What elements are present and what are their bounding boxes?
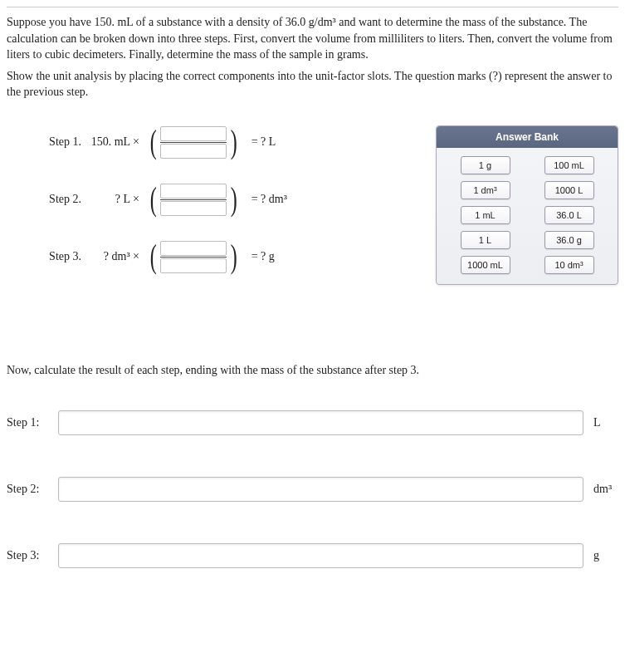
intro-paragraph-2: Show the unit analysis by placing the co…	[7, 68, 618, 101]
step-2-label: Step 2.	[23, 193, 81, 206]
tile-36g[interactable]: 36.0 g	[544, 231, 594, 249]
step-2-pre: ? L ×	[90, 193, 139, 206]
calc-label-2: Step 2:	[7, 483, 48, 496]
tile-100ml[interactable]: 100 mL	[544, 156, 594, 174]
step-3-fraction: ( )	[148, 240, 240, 274]
right-paren-icon: )	[231, 240, 237, 273]
right-paren-icon: )	[231, 125, 237, 159]
tile-10dm3[interactable]: 10 dm³	[544, 256, 594, 274]
tile-1g[interactable]: 1 g	[461, 156, 510, 174]
tile-1000l[interactable]: 1000 L	[544, 181, 594, 199]
right-paren-icon: )	[231, 183, 237, 216]
step-2-fraction: ( )	[148, 183, 240, 217]
calc-prompt: Now, calculate the result of each step, …	[7, 364, 618, 377]
calc-row-1: Step 1: L	[7, 410, 618, 435]
step-1-label: Step 1.	[23, 135, 81, 149]
step-2-denominator-slot[interactable]	[160, 201, 227, 216]
step-1-numerator-slot[interactable]	[160, 126, 227, 141]
calc-unit-2: dm³	[593, 483, 618, 496]
tile-1dm3[interactable]: 1 dm³	[461, 181, 510, 199]
steps-column: Step 1. 150. mL × ( ) = ? L Step 2. ? L …	[23, 125, 411, 297]
tile-1l[interactable]: 1 L	[461, 231, 510, 249]
step-1-denominator-slot[interactable]	[160, 144, 227, 159]
calculation-section: Now, calculate the result of each step, …	[7, 364, 618, 568]
calc-label-3: Step 3:	[7, 549, 48, 562]
step-3-denominator-slot[interactable]	[160, 258, 227, 273]
tile-1ml[interactable]: 1 mL	[461, 206, 510, 224]
left-paren-icon: (	[150, 183, 157, 216]
step-2-numerator-slot[interactable]	[160, 184, 227, 199]
step-3-numerator-slot[interactable]	[160, 241, 227, 256]
unit-analysis-area: Step 1. 150. mL × ( ) = ? L Step 2. ? L …	[23, 125, 618, 297]
step-3-row: Step 3. ? dm³ × ( ) = ? g	[23, 240, 411, 274]
calc-label-1: Step 1:	[7, 416, 48, 429]
step-3-post: = ? g	[251, 250, 275, 263]
fraction-line	[160, 257, 227, 258]
calc-unit-3: g	[593, 549, 618, 562]
left-paren-icon: (	[150, 125, 157, 159]
problem-intro: Suppose you have 150. mL of a substance …	[7, 14, 618, 101]
fraction-line	[160, 142, 227, 143]
tile-36l[interactable]: 36.0 L	[544, 206, 594, 224]
step-1-fraction: ( )	[148, 125, 240, 159]
answer-bank: Answer Bank 1 g 100 mL 1 dm³ 1000 L 1 mL…	[436, 125, 618, 285]
step-2-row: Step 2. ? L × ( ) = ? dm³	[23, 183, 411, 217]
answer-bank-grid: 1 g 100 mL 1 dm³ 1000 L 1 mL 36.0 L 1 L …	[437, 148, 618, 277]
step-1-pre: 150. mL ×	[90, 135, 139, 149]
calc-row-2: Step 2: dm³	[7, 477, 618, 502]
step-1-post: = ? L	[251, 135, 276, 149]
left-paren-icon: (	[150, 240, 157, 273]
step-2-answer-input[interactable]	[58, 477, 583, 502]
step-3-pre: ? dm³ ×	[90, 250, 139, 263]
calc-unit-1: L	[593, 416, 618, 429]
calc-row-3: Step 3: g	[7, 543, 618, 568]
step-3-answer-input[interactable]	[58, 543, 583, 568]
fraction-line	[160, 199, 227, 200]
step-3-label: Step 3.	[23, 250, 81, 263]
answer-bank-header: Answer Bank	[437, 126, 618, 148]
step-1-row: Step 1. 150. mL × ( ) = ? L	[23, 125, 411, 159]
step-1-answer-input[interactable]	[58, 410, 583, 435]
step-2-post: = ? dm³	[251, 193, 287, 206]
intro-paragraph-1: Suppose you have 150. mL of a substance …	[7, 14, 618, 63]
tile-1000ml[interactable]: 1000 mL	[461, 256, 510, 274]
